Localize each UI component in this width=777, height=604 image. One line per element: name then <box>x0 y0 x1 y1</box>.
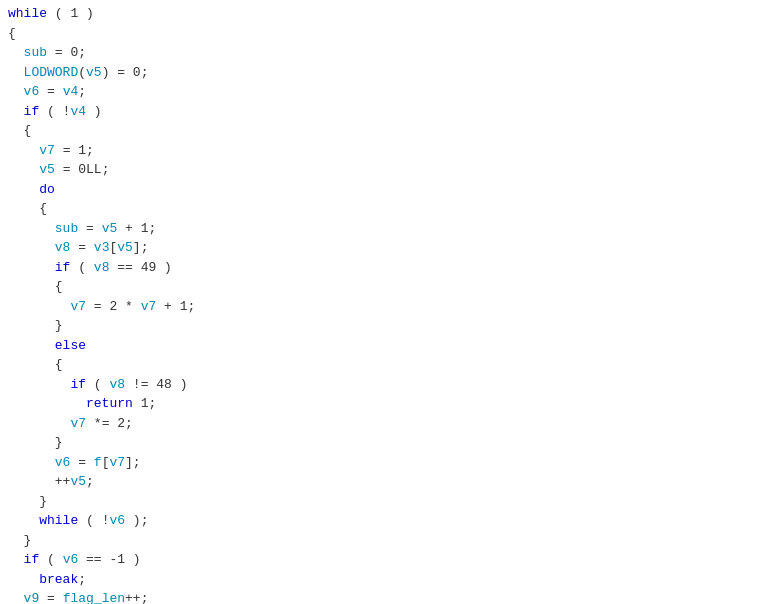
code-token: ++ <box>8 474 70 489</box>
code-token: if <box>55 260 71 275</box>
code-line: do <box>8 180 769 200</box>
code-token <box>8 182 39 197</box>
code-token: } <box>8 494 47 509</box>
code-token: flag_len <box>63 591 125 604</box>
code-token: + 1; <box>156 299 195 314</box>
code-token: *= 2; <box>86 416 133 431</box>
code-token: { <box>8 123 31 138</box>
code-token: v7 <box>109 455 125 470</box>
code-token: if <box>70 377 86 392</box>
code-token: ( 1 ) <box>47 6 94 21</box>
code-token: v4 <box>70 104 86 119</box>
code-token: ( ! <box>78 513 109 528</box>
code-token <box>8 162 39 177</box>
code-token <box>8 338 55 353</box>
code-token: v7 <box>70 416 86 431</box>
code-token: v8 <box>55 240 71 255</box>
code-line: if ( v8 != 48 ) <box>8 375 769 395</box>
code-token: ]; <box>133 240 149 255</box>
code-token: v6 <box>109 513 125 528</box>
code-token <box>8 377 70 392</box>
code-token <box>8 552 24 567</box>
code-token: do <box>39 182 55 197</box>
code-token: break <box>39 572 78 587</box>
code-token <box>8 591 24 604</box>
code-token: v6 <box>55 455 71 470</box>
code-token: = <box>70 455 93 470</box>
code-token: 1; <box>133 396 156 411</box>
code-token: v5 <box>117 240 133 255</box>
code-token: while <box>8 6 47 21</box>
code-token: v5 <box>70 474 86 489</box>
code-line: v7 = 2 * v7 + 1; <box>8 297 769 317</box>
code-line: } <box>8 492 769 512</box>
code-token: v4 <box>63 84 79 99</box>
code-token <box>8 240 55 255</box>
code-token: = 0; <box>47 45 86 60</box>
code-line: if ( !v4 ) <box>8 102 769 122</box>
code-token: v7 <box>141 299 157 314</box>
code-token <box>8 84 24 99</box>
code-line: { <box>8 277 769 297</box>
code-line: } <box>8 316 769 336</box>
code-token: return <box>86 396 133 411</box>
code-token: v5 <box>86 65 102 80</box>
code-line: return 1; <box>8 394 769 414</box>
code-token: v9 <box>24 591 40 604</box>
code-line: while ( 1 ) <box>8 4 769 24</box>
code-line: v7 = 1; <box>8 141 769 161</box>
code-line: { <box>8 355 769 375</box>
code-line: v8 = v3[v5]; <box>8 238 769 258</box>
code-token: v8 <box>109 377 125 392</box>
code-token: if <box>24 552 40 567</box>
code-line: while ( !v6 ); <box>8 511 769 531</box>
code-token: v7 <box>70 299 86 314</box>
code-token: } <box>8 533 31 548</box>
code-token: LODWORD <box>8 65 78 80</box>
code-token: else <box>55 338 86 353</box>
code-token <box>8 45 24 60</box>
code-token: == -1 ) <box>78 552 140 567</box>
code-line: v5 = 0LL; <box>8 160 769 180</box>
code-token: v6 <box>24 84 40 99</box>
code-editor: while ( 1 ){ sub = 0; LODWORD(v5) = 0; v… <box>0 0 777 604</box>
code-line: break; <box>8 570 769 590</box>
code-line: v9 = flag_len++; <box>8 589 769 604</box>
code-token: } <box>8 318 63 333</box>
code-token: = <box>78 221 101 236</box>
code-token: ++; <box>125 591 148 604</box>
code-line: LODWORD(v5) = 0; <box>8 63 769 83</box>
code-token: { <box>8 201 47 216</box>
code-line: } <box>8 433 769 453</box>
code-token: = <box>39 591 62 604</box>
code-token: + 1; <box>117 221 156 236</box>
code-line: if ( v8 == 49 ) <box>8 258 769 278</box>
code-token: ; <box>86 474 94 489</box>
code-token: ( <box>70 260 93 275</box>
code-token: sub <box>55 221 78 236</box>
code-token: ( <box>78 65 86 80</box>
code-token: v7 <box>39 143 55 158</box>
code-token: = 1; <box>55 143 94 158</box>
code-line: sub = 0; <box>8 43 769 63</box>
code-line: ++v5; <box>8 472 769 492</box>
code-token: ( ! <box>39 104 70 119</box>
code-token <box>8 299 70 314</box>
code-token <box>8 396 86 411</box>
code-token <box>8 260 55 275</box>
code-token <box>8 513 39 528</box>
code-token: = 2 * <box>86 299 141 314</box>
code-token: v5 <box>102 221 118 236</box>
code-token: } <box>8 435 63 450</box>
code-line: sub = v5 + 1; <box>8 219 769 239</box>
code-token: f <box>94 455 102 470</box>
code-line: } <box>8 531 769 551</box>
code-token: == 49 ) <box>109 260 171 275</box>
code-line: v6 = v4; <box>8 82 769 102</box>
code-token: v3 <box>94 240 110 255</box>
code-token: ]; <box>125 455 141 470</box>
code-token: = 0LL; <box>55 162 110 177</box>
code-token <box>8 455 55 470</box>
code-token: if <box>24 104 40 119</box>
code-token: = <box>70 240 93 255</box>
